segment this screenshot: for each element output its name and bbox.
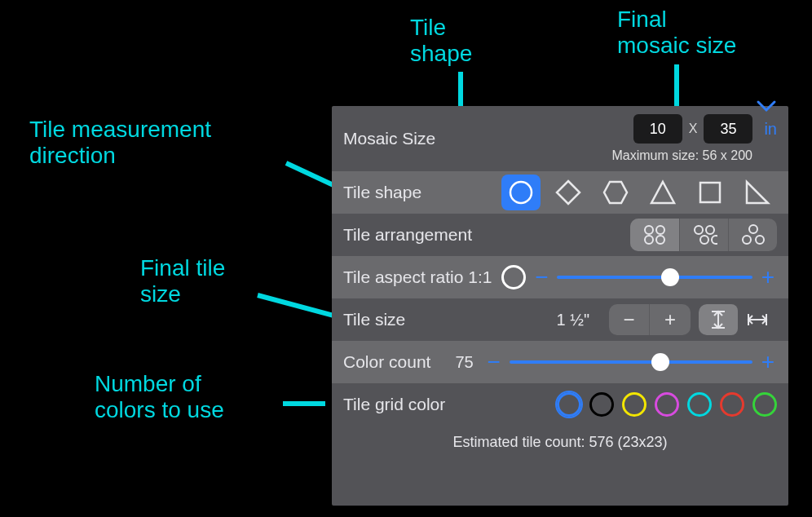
svg-marker-3 (651, 182, 674, 203)
color-count-plus-icon[interactable]: + (759, 349, 777, 375)
row-tile-arrangement: Tile arrangement (332, 214, 788, 256)
leader-line (458, 72, 463, 111)
tile-arrangement-group (630, 219, 777, 251)
svg-marker-5 (747, 182, 768, 203)
svg-point-9 (656, 236, 664, 244)
svg-point-10 (695, 226, 703, 234)
svg-point-7 (656, 226, 664, 234)
tile-shape-picker (501, 175, 777, 210)
arrangement-grid-icon[interactable] (630, 219, 679, 251)
direction-horizontal-icon[interactable] (738, 304, 777, 335)
svg-point-16 (756, 236, 764, 244)
tile-size-label: Tile size (343, 310, 405, 329)
aspect-ratio-preset-icon[interactable] (501, 265, 526, 289)
tile-size-minus-button[interactable]: − (609, 304, 650, 335)
tile-measure-direction-group (699, 304, 777, 335)
callout-final-tile-size: Final tile size (140, 255, 225, 307)
mosaic-size-label: Mosaic Size (343, 129, 435, 148)
svg-point-12 (700, 236, 708, 244)
svg-point-6 (645, 226, 653, 234)
estimated-tile-count: Estimated tile count: 576 (23x23) (332, 426, 788, 462)
row-aspect-ratio: Tile aspect ratio 1:1 − + (332, 256, 788, 298)
row-mosaic-size: Mosaic Size X in Maximum size: 56 x 200 (332, 106, 788, 171)
callout-tile-shape: Tile shape (410, 15, 472, 67)
svg-point-13 (712, 236, 717, 244)
mosaic-height-input[interactable] (704, 114, 752, 144)
shape-square-icon[interactable] (691, 175, 730, 210)
callout-measure-direction: Tile measurement direction (29, 117, 211, 169)
grid-color-picker (557, 392, 777, 417)
svg-point-15 (743, 236, 751, 244)
color-count-value: 75 (455, 353, 473, 372)
callout-num-colors: Number of colors to use (95, 371, 224, 423)
leader-line (283, 401, 325, 406)
row-tile-shape: Tile shape (332, 171, 788, 214)
row-tile-size: Tile size 1 ½" − + (332, 298, 788, 341)
tile-size-plus-button[interactable]: + (650, 304, 691, 335)
tile-shape-label: Tile shape (343, 183, 421, 202)
mosaic-max-size-label: Maximum size: 56 x 200 (611, 148, 752, 163)
leader-line (674, 64, 679, 112)
grid-color-cyan[interactable] (687, 392, 712, 417)
aspect-ratio-label: Tile aspect ratio 1:1 (343, 267, 492, 287)
grid-color-green[interactable] (752, 392, 777, 417)
shape-triangle-icon[interactable] (643, 175, 682, 210)
color-count-label: Color count (343, 352, 430, 372)
grid-color-red[interactable] (720, 392, 744, 417)
svg-point-8 (645, 236, 653, 244)
aspect-ratio-thumb[interactable] (661, 268, 679, 286)
tile-arrangement-label: Tile arrangement (343, 225, 472, 245)
direction-vertical-icon[interactable] (699, 304, 738, 335)
tile-size-stepper: − + (609, 304, 691, 335)
aspect-minus-icon[interactable]: − (532, 264, 550, 290)
shape-circle-icon[interactable] (501, 175, 541, 210)
mosaic-settings-panel: Mosaic Size X in Maximum size: 56 x 200 … (332, 106, 788, 506)
row-color-count: Color count 75 − + (332, 341, 788, 383)
collapse-chevron-icon[interactable] (756, 99, 777, 118)
svg-rect-4 (700, 183, 720, 202)
color-count-thumb[interactable] (651, 353, 669, 371)
grid-color-black[interactable] (589, 392, 614, 417)
arrangement-hex-icon[interactable] (728, 219, 777, 251)
mosaic-width-input[interactable] (633, 114, 682, 144)
tile-grid-color-label: Tile grid color (343, 395, 445, 414)
grid-color-yellow[interactable] (622, 392, 647, 417)
callout-final-mosaic-size: Final mosaic size (617, 7, 736, 59)
svg-marker-2 (604, 182, 627, 203)
shape-diamond-icon[interactable] (549, 175, 588, 210)
color-count-slider[interactable] (510, 360, 752, 364)
shape-right-triangle-icon[interactable] (738, 175, 777, 210)
row-tile-grid-color: Tile grid color (332, 383, 788, 426)
svg-point-11 (706, 226, 714, 234)
shape-hexagon-icon[interactable] (596, 175, 635, 210)
mosaic-x-label: X (689, 122, 698, 136)
svg-marker-1 (557, 181, 580, 204)
arrangement-offset-icon[interactable] (679, 219, 728, 251)
aspect-ratio-slider[interactable] (557, 276, 752, 279)
aspect-plus-icon[interactable]: + (759, 264, 777, 290)
grid-color-blue[interactable] (557, 392, 581, 417)
mosaic-unit-toggle[interactable]: in (764, 120, 777, 139)
grid-color-magenta[interactable] (655, 392, 679, 417)
svg-point-0 (510, 182, 532, 203)
svg-point-14 (749, 225, 757, 233)
tile-size-value: 1 ½" (557, 311, 589, 329)
color-count-minus-icon[interactable]: − (485, 349, 503, 375)
